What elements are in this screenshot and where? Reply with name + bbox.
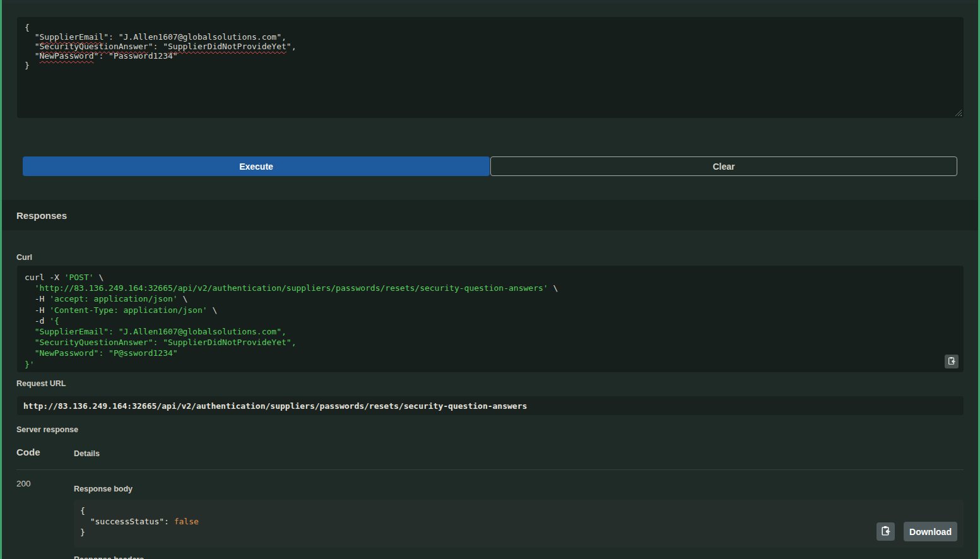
server-response-label: Server response: [16, 425, 78, 434]
request-body-json: { "SupplierEmail": "J.Allen1607@globalso…: [25, 23, 956, 70]
copy-to-clipboard-icon: [880, 526, 891, 538]
responses-section-header: Responses: [2, 200, 978, 230]
responses-title: Responses: [16, 210, 67, 221]
textarea-resize-handle[interactable]: [955, 109, 962, 116]
code-column-header: Code: [16, 447, 40, 457]
curl-command: curl -X 'POST' \ 'http://83.136.249.164:…: [25, 272, 956, 370]
response-headers-label-clipped: Response headers: [74, 555, 144, 559]
execute-button[interactable]: Execute: [23, 156, 490, 176]
request-url-value: http://83.136.249.164:32665/api/v2/authe…: [23, 401, 527, 411]
request-url-label: Request URL: [16, 379, 66, 388]
opblock-top-divider: [0, 0, 980, 3]
request-url-bar: http://83.136.249.164:32665/api/v2/authe…: [17, 396, 964, 415]
response-body-label: Response body: [74, 485, 133, 493]
swagger-operation-panel: { "SupplierEmail": "J.Allen1607@globalso…: [0, 0, 980, 559]
copy-response-button[interactable]: [877, 522, 895, 541]
response-body-json: { "successStatus": false }: [80, 505, 957, 538]
opblock-left-border: [0, 0, 2, 559]
request-body-textarea[interactable]: { "SupplierEmail": "J.Allen1607@globalso…: [17, 17, 964, 118]
curl-code-block: curl -X 'POST' \ 'http://83.136.249.164:…: [17, 266, 964, 372]
details-column-header: Details: [74, 449, 100, 458]
response-body-block: { "successStatus": false } Download: [74, 500, 964, 548]
download-button[interactable]: Download: [904, 522, 957, 541]
clear-button[interactable]: Clear: [490, 156, 957, 176]
curl-label: Curl: [16, 253, 32, 262]
copy-curl-button[interactable]: [945, 355, 959, 368]
status-code: 200: [16, 479, 31, 488]
response-table-divider: [16, 469, 964, 470]
copy-to-clipboard-icon: [947, 356, 956, 367]
